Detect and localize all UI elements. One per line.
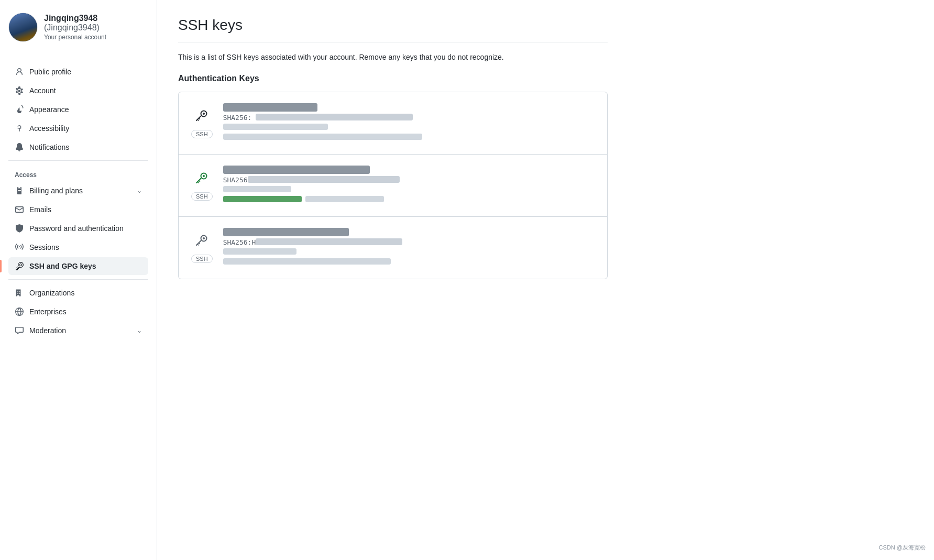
nav-divider-2 [8, 279, 148, 280]
key-name-3 [223, 227, 595, 236]
sidebar-item-appearance[interactable]: Appearance [8, 101, 148, 118]
svg-line-13 [197, 244, 199, 245]
key-icon-wrapper-1: SSH [191, 103, 213, 138]
sidebar: Jingqing3948 (Jingqing3948) Your persona… [0, 0, 157, 560]
sidebar-item-moderation-label: Moderation [29, 326, 66, 335]
sidebar-item-account[interactable]: Account [8, 82, 148, 100]
key-details-2: SHA256 [223, 165, 595, 206]
watermark: CSDN @灰海宽松 [879, 544, 926, 552]
key-details-1: SHA256: [223, 103, 595, 144]
sidebar-item-account-label: Account [29, 86, 56, 95]
title-divider [178, 42, 608, 42]
moderation-chevron-icon: ⌄ [137, 327, 142, 334]
sidebar-item-organizations[interactable]: Organizations [8, 284, 148, 302]
globe-icon [15, 307, 24, 316]
key-item: SSH SHA256: [179, 92, 607, 155]
sidebar-item-password-label: Password and authentication [29, 224, 124, 233]
sidebar-item-accessibility[interactable]: Accessibility [8, 119, 148, 137]
page-description: This is a list of SSH keys associated wi… [178, 53, 608, 61]
username-text: Jingqing3948 [44, 14, 97, 23]
main-content: SSH keys This is a list of SSH keys asso… [157, 0, 629, 560]
paintbrush-icon [15, 105, 24, 114]
keys-container: SSH SHA256: [178, 92, 608, 279]
shield-icon [15, 224, 24, 233]
sidebar-item-notifications-label: Notifications [29, 143, 69, 151]
sidebar-item-enterprises[interactable]: Enterprises [8, 303, 148, 321]
svg-point-11 [203, 237, 205, 239]
key-meta-2a [223, 186, 595, 194]
username: Jingqing3948 (Jingqing3948) [44, 14, 148, 32]
key-meta-2b [223, 196, 595, 204]
profile-header: Jingqing3948 (Jingqing3948) Your persona… [8, 13, 148, 50]
key-item-3: SSH SHA256:H [179, 217, 607, 279]
sidebar-item-password[interactable]: Password and authentication [8, 219, 148, 237]
sidebar-item-emails[interactable]: Emails [8, 201, 148, 218]
key-details-3: SHA256:H [223, 227, 595, 268]
profile-subtitle: Your personal account [44, 34, 148, 41]
sidebar-item-emails-label: Emails [29, 205, 51, 214]
avatar [8, 13, 38, 42]
key-icon-wrapper-3: SSH [191, 227, 213, 263]
ssh-badge-3: SSH [191, 255, 213, 263]
sidebar-item-notifications[interactable]: Notifications [8, 138, 148, 156]
key-meta-3b [223, 258, 595, 266]
svg-line-8 [197, 182, 199, 183]
sidebar-item-organizations-label: Organizations [29, 289, 74, 297]
sidebar-item-enterprises-label: Enterprises [29, 308, 67, 316]
billing-icon [15, 186, 24, 195]
profile-info: Jingqing3948 (Jingqing3948) Your persona… [44, 14, 148, 41]
sidebar-item-public-profile[interactable]: Public profile [8, 63, 148, 81]
sidebar-item-billing[interactable]: Billing and plans ⌄ [8, 182, 148, 200]
gear-icon [15, 86, 24, 95]
sidebar-item-appearance-label: Appearance [29, 105, 69, 114]
username-handle: (Jingqing3948) [44, 23, 100, 32]
nav-divider-access [8, 160, 148, 161]
person-icon [15, 67, 24, 76]
auth-section-title: Authentication Keys [178, 74, 608, 83]
key-meta-1b [223, 134, 595, 141]
ssh-badge-1: SSH [191, 130, 213, 138]
key-sha-2: SHA256 [223, 176, 595, 184]
key-meta-1a [223, 124, 595, 131]
broadcast-icon [15, 243, 24, 252]
key-icon-wrapper-2: SSH [191, 165, 213, 201]
page-title: SSH keys [178, 17, 608, 34]
key-icon-3 [191, 229, 212, 250]
key-icon-1 [191, 105, 212, 126]
svg-line-3 [197, 119, 199, 120]
svg-line-4 [199, 118, 200, 119]
mail-icon [15, 205, 24, 214]
sidebar-item-accessibility-label: Accessibility [29, 124, 69, 133]
sidebar-item-sessions-label: Sessions [29, 243, 59, 251]
svg-line-14 [199, 243, 200, 244]
key-sha-1: SHA256: [223, 114, 595, 122]
access-section-label: Access [8, 165, 148, 182]
svg-point-6 [203, 175, 205, 177]
key-item-2: SSH SHA256 [179, 155, 607, 217]
sidebar-item-moderation[interactable]: Moderation ⌄ [8, 322, 148, 339]
sidebar-item-billing-label: Billing and plans [29, 186, 83, 195]
comment-icon [15, 326, 24, 335]
svg-line-9 [199, 181, 200, 182]
org-icon [15, 288, 24, 298]
sidebar-item-ssh-gpg[interactable]: SSH and GPG keys [8, 257, 148, 275]
key-name-2 [223, 165, 595, 174]
key-icon-2 [191, 167, 212, 188]
sidebar-item-ssh-gpg-label: SSH and GPG keys [29, 262, 96, 270]
key-sha-3: SHA256:H [223, 238, 595, 246]
svg-point-1 [203, 113, 205, 115]
bell-icon [15, 142, 24, 152]
sidebar-item-public-profile-label: Public profile [29, 68, 71, 76]
key-name-1 [223, 103, 595, 112]
key-meta-3a [223, 248, 595, 256]
sidebar-item-sessions[interactable]: Sessions [8, 238, 148, 256]
key-icon [15, 261, 24, 271]
accessibility-icon [15, 124, 24, 133]
billing-chevron-icon: ⌄ [137, 187, 142, 194]
ssh-badge-2: SSH [191, 192, 213, 201]
